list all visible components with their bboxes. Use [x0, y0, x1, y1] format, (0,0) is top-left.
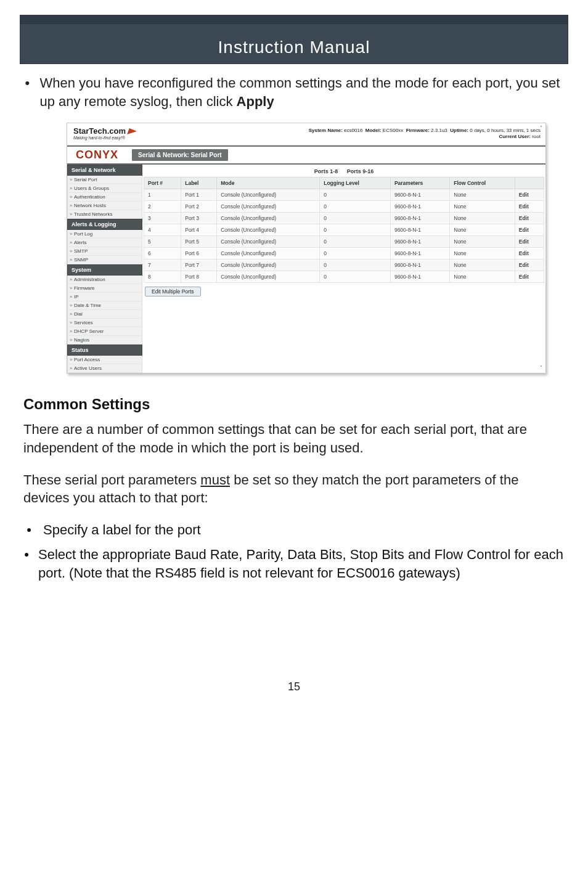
sidebar-item-trusted-networks[interactable]: Trusted Networks: [67, 210, 142, 219]
table-row: 1Port 1Console (Unconfigured)09600-8-N-1…: [144, 189, 544, 201]
edit-link[interactable]: Edit: [515, 236, 544, 248]
table-row: 4Port 4Console (Unconfigured)09600-8-N-1…: [144, 224, 544, 236]
bullet-1: • Specify a label for the port: [23, 521, 565, 539]
sidebar-item-alerts[interactable]: Alerts: [67, 239, 142, 247]
sys-model-label: Model:: [365, 128, 382, 133]
edit-link[interactable]: Edit: [515, 248, 544, 259]
sidebar-item-port-access[interactable]: Port Access: [67, 356, 142, 364]
sidebar-section-alerts-logging: Alerts & Logging: [67, 219, 142, 230]
cell-params: 9600-8-N-1: [390, 259, 449, 271]
cell-flow: None: [450, 189, 515, 201]
cell-params: 9600-8-N-1: [390, 213, 449, 224]
cell-logging: 0: [320, 259, 391, 271]
cell-port: 5: [144, 236, 181, 248]
sidebar-item-port-log[interactable]: Port Log: [67, 230, 142, 239]
sidebar: Serial & Network Serial Port Users & Gro…: [67, 165, 142, 373]
edit-link[interactable]: Edit: [515, 201, 544, 213]
paragraph-1: There are a number of common settings th…: [23, 420, 565, 457]
sys-fw: 2.3.1u3: [431, 128, 447, 133]
col-label: Label: [181, 178, 217, 189]
sidebar-item-dhcp-server[interactable]: DHCP Server: [67, 327, 142, 336]
cell-mode: Console (Unconfigured): [217, 248, 320, 259]
cell-mode: Console (Unconfigured): [217, 213, 320, 224]
cell-label: Port 3: [181, 213, 217, 224]
intro-bullet: • When you have reconfigured the common …: [23, 74, 565, 110]
paragraph-2: These serial port parameters must be set…: [23, 471, 565, 507]
sidebar-item-administration[interactable]: Administration: [67, 276, 142, 284]
sidebar-item-authentication[interactable]: Authentication: [67, 193, 142, 202]
col-edit: [515, 178, 544, 189]
sys-user: root: [532, 134, 541, 139]
sidebar-item-firmware[interactable]: Firmware: [67, 284, 142, 293]
tab-ports-9-16[interactable]: Ports 9-16: [347, 168, 374, 174]
sidebar-item-serial-port[interactable]: Serial Port: [67, 176, 142, 184]
sys-fw-label: Firmware:: [406, 128, 430, 133]
sidebar-section-status: Status: [67, 345, 142, 356]
bullet-icon: •: [23, 521, 35, 539]
cell-port: 3: [144, 213, 181, 224]
cell-mode: Console (Unconfigured): [217, 224, 320, 236]
cell-label: Port 6: [181, 248, 217, 259]
sidebar-item-smtp[interactable]: SMTP: [67, 247, 142, 256]
table-row: 2Port 2Console (Unconfigured)09600-8-N-1…: [144, 201, 544, 213]
col-logging: Logging Level: [320, 178, 391, 189]
logo-subtitle: Making hard-to-find easy!®: [73, 136, 137, 140]
cell-logging: 0: [320, 213, 391, 224]
sidebar-item-network-hosts[interactable]: Network Hosts: [67, 202, 142, 210]
intro-text: When you have reconfigured the common se…: [39, 75, 560, 109]
cell-flow: None: [450, 224, 515, 236]
section-title: Serial & Network: Serial Port: [132, 149, 228, 161]
cell-label: Port 7: [181, 259, 217, 271]
sidebar-item-dial[interactable]: Dial: [67, 310, 142, 319]
cell-label: Port 5: [181, 236, 217, 248]
cell-flow: None: [450, 248, 515, 259]
cell-flow: None: [450, 271, 515, 283]
sidebar-item-ip[interactable]: IP: [67, 293, 142, 301]
sidebar-item-date-time[interactable]: Date & Time: [67, 301, 142, 310]
cell-label: Port 2: [181, 201, 217, 213]
sidebar-item-users-groups[interactable]: Users & Groups: [67, 184, 142, 193]
cell-mode: Console (Unconfigured): [217, 259, 320, 271]
sidebar-section-system: System: [67, 264, 142, 276]
sys-user-label: Current User:: [499, 134, 531, 139]
cell-label: Port 4: [181, 224, 217, 236]
cell-label: Port 8: [181, 271, 217, 283]
sidebar-item-active-users[interactable]: Active Users: [67, 364, 142, 373]
header-bar: Instruction Manual: [20, 15, 568, 64]
scroll-up-icon[interactable]: ˄: [538, 125, 544, 131]
logo: StarTech.com: [73, 127, 137, 135]
cell-port: 8: [144, 271, 181, 283]
tab-ports-1-8[interactable]: Ports 1-8: [314, 168, 338, 174]
cell-logging: 0: [320, 189, 391, 201]
col-mode: Mode: [217, 178, 320, 189]
cell-params: 9600-8-N-1: [390, 248, 449, 259]
sidebar-item-nagios[interactable]: Nagios: [67, 336, 142, 345]
cell-flow: None: [450, 259, 515, 271]
edit-link[interactable]: Edit: [515, 271, 544, 283]
cell-logging: 0: [320, 271, 391, 283]
sidebar-section-serial-network: Serial & Network: [67, 165, 142, 176]
edit-multiple-ports-button[interactable]: Edit Multiple Ports: [145, 287, 201, 296]
cell-params: 9600-8-N-1: [390, 236, 449, 248]
section-heading: Common Settings: [23, 396, 565, 413]
cell-port: 6: [144, 248, 181, 259]
page-number: 15: [17, 680, 571, 693]
edit-link[interactable]: Edit: [515, 224, 544, 236]
table-row: 7Port 7Console (Unconfigured)09600-8-N-1…: [144, 259, 544, 271]
cell-flow: None: [450, 213, 515, 224]
bullet-1-text: Specify a label for the port: [43, 521, 201, 539]
edit-link[interactable]: Edit: [515, 213, 544, 224]
cell-params: 9600-8-N-1: [390, 271, 449, 283]
scroll-down-icon[interactable]: ˅: [538, 365, 544, 371]
cell-label: Port 1: [181, 189, 217, 201]
para2-underline: must: [200, 472, 230, 488]
header-title: Instruction Manual: [20, 24, 568, 63]
cell-port: 7: [144, 259, 181, 271]
edit-link[interactable]: Edit: [515, 189, 544, 201]
edit-link[interactable]: Edit: [515, 259, 544, 271]
bullet-icon: •: [23, 545, 30, 582]
cell-flow: None: [450, 236, 515, 248]
sidebar-item-snmp[interactable]: SNMP: [67, 256, 142, 264]
sidebar-item-services[interactable]: Services: [67, 319, 142, 327]
sys-name-label: System Name:: [309, 128, 343, 133]
